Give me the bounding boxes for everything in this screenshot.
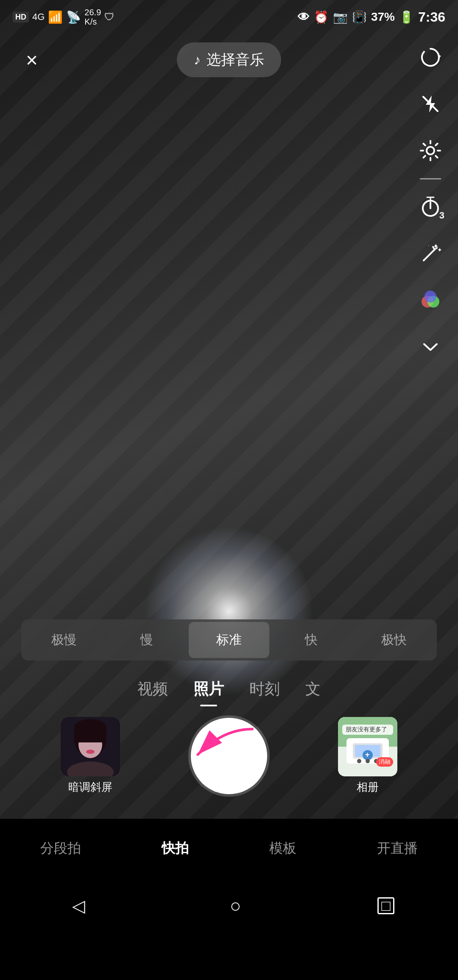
settings-button[interactable]	[416, 136, 445, 165]
home-button[interactable]: ○	[221, 891, 250, 921]
speed-tab-1[interactable]: 慢	[106, 622, 187, 658]
gallery-container: 暗调斜屏	[61, 717, 120, 795]
vpn-icon: 🛡	[104, 11, 114, 23]
svg-text:·: ·	[436, 243, 437, 247]
svg-point-33	[366, 759, 370, 763]
flash-button[interactable]	[416, 89, 445, 119]
svg-point-16	[424, 291, 436, 302]
recents-button[interactable]: □	[377, 897, 394, 914]
svg-point-21	[74, 719, 106, 736]
album-preview: + 朋友没有更多了 消融	[338, 717, 397, 776]
svg-point-23	[86, 750, 95, 754]
nav-item-3[interactable]: 开直播	[364, 835, 430, 862]
top-controls: × ♪ 选择音乐	[0, 34, 458, 86]
music-select-button[interactable]: ♪ 选择音乐	[177, 42, 281, 77]
timer-number: 3	[439, 210, 444, 221]
shutter-container	[191, 718, 267, 794]
speed-tab-4[interactable]: 极快	[354, 622, 434, 658]
status-right: 👁 ⏰ 📷 📳 37% 🔋 7:36	[298, 9, 445, 25]
svg-text:·: ·	[428, 243, 429, 248]
album-label: 相册	[357, 780, 379, 795]
battery-icon: 🔋	[399, 10, 414, 24]
battery-percent: 37%	[371, 10, 395, 24]
mode-tab-photo[interactable]: 照片	[193, 675, 224, 704]
svg-line-7	[424, 249, 435, 260]
album-thumbnail[interactable]: + 朋友没有更多了 消融	[338, 717, 397, 776]
system-nav: ◁ ○ □	[0, 882, 458, 938]
clock: 7:36	[418, 9, 445, 25]
refresh-button[interactable]	[416, 42, 445, 72]
filter-button[interactable]	[416, 286, 445, 315]
svg-point-2	[427, 147, 434, 154]
magic-button[interactable]: ✦ · ✦ ·	[416, 239, 445, 269]
music-label: 选择音乐	[207, 50, 264, 70]
status-left: HD 4G 📶 📡 26.9 K/s 🛡	[13, 8, 114, 26]
mode-tab-moment[interactable]: 时刻	[249, 675, 280, 704]
nav-item-1[interactable]: 快拍	[149, 835, 201, 862]
more-button[interactable]	[416, 332, 445, 362]
music-icon: ♪	[194, 52, 201, 68]
svg-point-32	[357, 759, 361, 763]
nav-item-2[interactable]: 模板	[257, 835, 309, 862]
mode-tab-video[interactable]: 视频	[137, 675, 168, 704]
close-button[interactable]: ×	[17, 45, 47, 75]
svg-text:消融: 消融	[379, 758, 391, 765]
album-container: + 朋友没有更多了 消融 相册	[338, 717, 397, 795]
camera-icon: 📷	[333, 10, 348, 24]
status-bar: HD 4G 📶 📡 26.9 K/s 🛡 👁 ⏰ 📷 📳 37% 🔋 7:36	[0, 0, 458, 34]
svg-text:✦: ✦	[437, 246, 441, 253]
alarm-icon: ⏰	[314, 10, 329, 24]
speed-tab-0[interactable]: 极慢	[24, 622, 104, 658]
shutter-inner	[196, 723, 262, 789]
mode-tab-text[interactable]: 文	[305, 675, 321, 704]
hd-badge: HD	[13, 12, 29, 22]
bottom-actions: 暗调斜屏	[0, 717, 458, 795]
gallery-thumbnail[interactable]	[61, 717, 120, 776]
speed-bar: 极慢 慢 标准 快 极快	[21, 619, 437, 661]
gallery-preview	[61, 717, 120, 776]
back-button[interactable]: ◁	[64, 891, 93, 921]
nav-item-0[interactable]: 分段拍	[28, 835, 94, 862]
network-icon: 4G	[32, 11, 45, 22]
bottom-nav: 分段拍 快拍 模板 开直播	[0, 819, 458, 878]
svg-text:朋友没有更多了: 朋友没有更多了	[346, 726, 387, 733]
light-glow	[144, 526, 314, 696]
timer-button[interactable]: 3	[416, 192, 445, 222]
speed-tab-2[interactable]: 标准	[189, 622, 269, 658]
speed-tab-3[interactable]: 快	[271, 622, 352, 658]
vibrate-icon: 📳	[352, 10, 367, 24]
speed-indicator: 26.9 K/s	[84, 8, 101, 26]
eye-icon: 👁	[298, 10, 310, 24]
speed-tabs: 极慢 慢 标准 快 极快	[21, 619, 437, 661]
mode-tabs: 视频 照片 时刻 文	[0, 675, 458, 704]
svg-text:+: +	[365, 750, 370, 759]
gallery-label: 暗调斜屏	[68, 780, 112, 795]
right-tools: 3 ✦ · ✦ ·	[416, 34, 445, 362]
wifi-icon: 📡	[66, 10, 81, 24]
signal-icon: 📶	[48, 10, 63, 24]
shutter-button[interactable]	[191, 718, 267, 794]
divider	[420, 178, 441, 179]
